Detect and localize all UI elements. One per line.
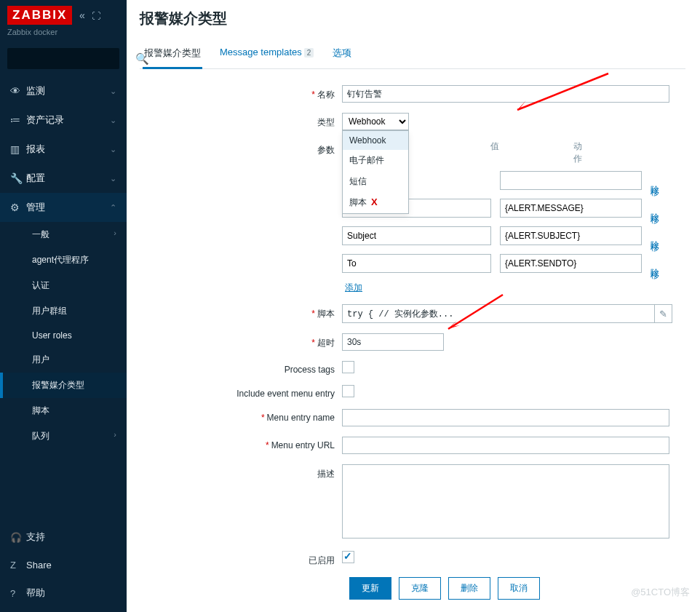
nav-admin[interactable]: ⚙管理⌃ [0, 193, 127, 222]
gear-icon: ⚙ [10, 202, 26, 213]
param-name-3[interactable] [342, 254, 491, 273]
red-x-icon: X [371, 196, 378, 207]
label-process-tags: Process tags [285, 365, 335, 375]
enabled-checkbox[interactable] [342, 551, 354, 563]
tab-mediatype[interactable]: 报警媒介类型 [143, 41, 202, 69]
wrench-icon: 🔧 [10, 172, 26, 184]
eye-icon: 👁 [10, 85, 26, 97]
subnav-auth[interactable]: 认证 [0, 273, 127, 298]
headset-icon: 🎧 [10, 532, 26, 543]
footer-share[interactable]: ZShare [0, 552, 127, 579]
page-title: 报警媒介类型 [140, 9, 685, 28]
chart-icon: ▥ [10, 143, 26, 155]
nav-config[interactable]: 🔧配置⌄ [0, 164, 127, 193]
collapse-icon[interactable]: « [79, 9, 85, 21]
opt-script[interactable]: 脚本X [343, 192, 408, 213]
cancel-button[interactable]: 取消 [498, 577, 540, 600]
name-input[interactable] [342, 85, 669, 103]
label-timeout: 超时 [317, 338, 335, 348]
subnav-users[interactable]: 用户 [0, 347, 127, 373]
menu-name-input[interactable] [342, 409, 669, 426]
subnav-queue[interactable]: 队列› [0, 424, 127, 449]
footer-help[interactable]: ?帮助 [0, 579, 127, 608]
nav-monitoring[interactable]: 👁监测⌄ [0, 76, 127, 106]
opt-email[interactable]: 电子邮件 [343, 150, 408, 171]
label-params: 参数 [317, 145, 335, 155]
label-menu-name: Menu entry name [267, 413, 335, 423]
include-menu-checkbox[interactable] [342, 385, 354, 397]
chevron-down-icon: ⌄ [110, 116, 116, 125]
delete-button[interactable]: 删除 [448, 577, 490, 600]
subnav-general[interactable]: 一般› [0, 222, 127, 247]
add-link[interactable]: 添加 [342, 282, 362, 293]
label-include-menu: Include event menu entry [236, 389, 335, 399]
subnav-proxies[interactable]: agent代理程序 [0, 247, 127, 273]
search-box[interactable]: 🔍 [7, 48, 119, 69]
param-value-1[interactable] [500, 199, 642, 218]
brand-subtitle: Zabbix docker [7, 28, 119, 36]
subnav-userroles[interactable]: User roles [0, 324, 127, 347]
clone-button[interactable]: 克隆 [399, 577, 441, 600]
question-icon: ? [10, 588, 26, 599]
search-input[interactable] [13, 53, 135, 64]
opt-webhook[interactable]: Webhook [343, 131, 408, 150]
param-value-0[interactable] [500, 171, 642, 190]
label-description: 描述 [317, 469, 335, 479]
param-name-2[interactable] [342, 226, 491, 245]
col-value: 值 [422, 140, 568, 165]
chevron-right-icon: › [114, 228, 116, 237]
tab-options[interactable]: 选项 [331, 41, 353, 68]
menu-url-input[interactable] [342, 437, 669, 454]
label-type: 类型 [317, 117, 335, 127]
timeout-input[interactable] [342, 333, 444, 351]
script-input[interactable] [342, 304, 655, 323]
type-select[interactable]: Webhook [342, 113, 409, 130]
chevron-right-icon: › [114, 430, 116, 439]
chevron-down-icon: ⌄ [110, 87, 116, 96]
col-action: 动 作 [568, 140, 588, 165]
param-value-2[interactable] [500, 226, 642, 245]
watermark: @51CTO博客 [631, 586, 690, 599]
footer-support[interactable]: 🎧支持 [0, 522, 127, 552]
nav-reports[interactable]: ▥报表⌄ [0, 135, 127, 164]
tab-message-templates[interactable]: Message templates2 [218, 41, 315, 68]
label-name: 名称 [317, 90, 335, 100]
list-icon: ≔ [10, 114, 26, 126]
subnav-usergroups[interactable]: 用户群组 [0, 298, 127, 324]
chevron-down-icon: ⌄ [110, 174, 116, 183]
label-menu-url: Menu entry URL [271, 440, 335, 450]
chevron-down-icon: ⌄ [110, 145, 116, 154]
subnav-scripts[interactable]: 脚本 [0, 398, 127, 424]
brand-logo: ZABBIX [7, 6, 72, 25]
type-dropdown: Webhook 电子邮件 短信 脚本X [342, 130, 409, 214]
edit-icon[interactable]: ✎ [655, 304, 672, 323]
param-value-3[interactable] [500, 254, 642, 273]
fullscreen-icon[interactable]: ⛶ [92, 11, 100, 21]
subnav-mediatypes[interactable]: 报警媒介类型 [0, 373, 127, 398]
label-enabled: 已启用 [309, 555, 335, 565]
nav-inventory[interactable]: ≔资产记录⌄ [0, 106, 127, 135]
description-textarea[interactable] [342, 464, 669, 539]
process-tags-checkbox[interactable] [342, 361, 354, 373]
label-script: 脚本 [317, 309, 335, 319]
badge: 2 [304, 48, 314, 57]
z-icon: Z [10, 560, 26, 571]
update-button[interactable]: 更新 [349, 577, 391, 600]
chevron-up-icon: ⌃ [110, 203, 116, 212]
opt-sms[interactable]: 短信 [343, 171, 408, 192]
